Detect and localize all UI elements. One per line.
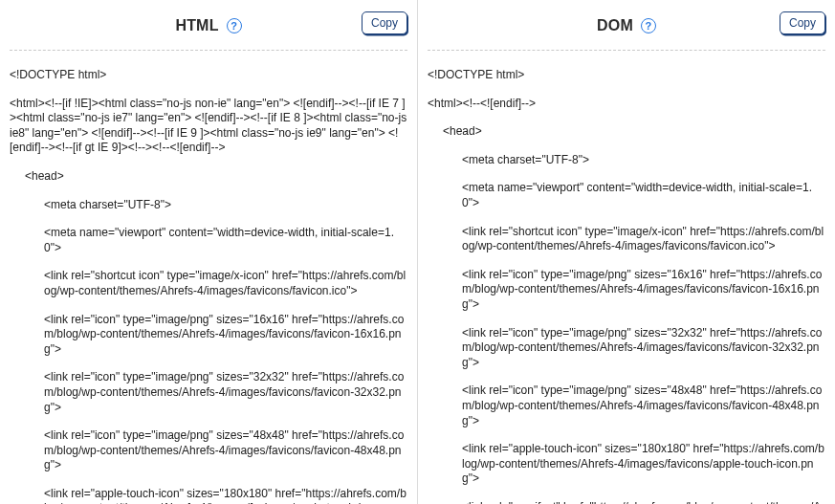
html-pane-header: HTML ? Copy bbox=[10, 13, 407, 38]
divider-line bbox=[428, 50, 825, 51]
divider-line bbox=[10, 50, 407, 51]
code-line: <html><!--<![endif]--> bbox=[428, 97, 825, 112]
code-line: <link rel="shortcut icon" type="image/x-… bbox=[428, 225, 825, 254]
code-line: <!DOCTYPE html> bbox=[428, 68, 825, 83]
dom-pane-header: DOM ? Copy bbox=[428, 13, 825, 38]
code-line: <meta charset="UTF-8"> bbox=[10, 198, 407, 213]
code-line: <link rel="icon" type="image/png" sizes=… bbox=[428, 268, 825, 313]
code-line: <link rel="icon" type="image/png" sizes=… bbox=[428, 326, 825, 371]
code-line: <link rel="icon" type="image/png" sizes=… bbox=[10, 313, 407, 358]
code-line: <!DOCTYPE html> bbox=[10, 68, 407, 83]
help-icon[interactable]: ? bbox=[641, 18, 656, 33]
code-line: <meta name="viewport" content="width=dev… bbox=[428, 181, 825, 210]
code-line: <link rel="apple-touch-icon" sizes="180x… bbox=[10, 487, 407, 504]
copy-button[interactable]: Copy bbox=[780, 11, 825, 34]
html-pane: HTML ? Copy <!DOCTYPE html><html><!--[if… bbox=[0, 0, 417, 504]
code-line: <link rel="icon" type="image/png" sizes=… bbox=[428, 383, 825, 428]
dom-title: DOM bbox=[597, 17, 633, 34]
copy-button[interactable]: Copy bbox=[362, 11, 407, 34]
html-title: HTML bbox=[175, 17, 218, 34]
code-line: <link rel="manifest" href="https://ahref… bbox=[428, 500, 825, 504]
code-line: <meta name="viewport" content="width=dev… bbox=[10, 226, 407, 255]
compare-container: HTML ? Copy <!DOCTYPE html><html><!--[if… bbox=[0, 0, 835, 504]
code-line: <link rel="shortcut icon" type="image/x-… bbox=[10, 269, 407, 298]
code-line: <meta charset="UTF-8"> bbox=[428, 153, 825, 168]
code-line: <head> bbox=[428, 124, 825, 140]
html-code-block[interactable]: <!DOCTYPE html><html><!--[if !IE]><html … bbox=[10, 68, 407, 504]
dom-pane: DOM ? Copy <!DOCTYPE html><html><!--<![e… bbox=[418, 0, 835, 504]
dom-code-block[interactable]: <!DOCTYPE html><html><!--<![endif]--><he… bbox=[428, 68, 825, 504]
code-line: <html><!--[if !IE]><html class="no-js no… bbox=[10, 97, 407, 156]
code-line: <link rel="icon" type="image/png" sizes=… bbox=[10, 370, 407, 415]
code-line: <head> bbox=[10, 169, 407, 185]
code-line: <link rel="icon" type="image/png" sizes=… bbox=[10, 428, 407, 473]
help-icon[interactable]: ? bbox=[227, 18, 242, 33]
code-line: <link rel="apple-touch-icon" sizes="180x… bbox=[428, 442, 825, 487]
